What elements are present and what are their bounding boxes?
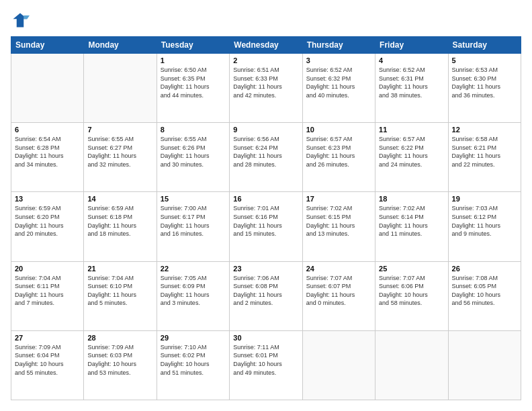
day-detail: Sunrise: 7:04 AM Sunset: 6:10 PM Dayligh… xyxy=(87,274,152,308)
weekday-header: Wednesday xyxy=(230,37,302,54)
day-detail: Sunrise: 6:59 AM Sunset: 6:18 PM Dayligh… xyxy=(87,204,152,238)
calendar-day-cell: 12Sunrise: 6:58 AM Sunset: 6:21 PM Dayli… xyxy=(448,123,521,192)
calendar-day-cell: 27Sunrise: 7:09 AM Sunset: 6:04 PM Dayli… xyxy=(11,330,84,400)
day-detail: Sunrise: 7:00 AM Sunset: 6:17 PM Dayligh… xyxy=(161,204,226,238)
day-number: 23 xyxy=(233,265,298,273)
day-detail: Sunrise: 6:51 AM Sunset: 6:33 PM Dayligh… xyxy=(233,66,298,99)
day-detail: Sunrise: 6:50 AM Sunset: 6:35 PM Dayligh… xyxy=(161,66,226,99)
day-number: 7 xyxy=(87,126,152,134)
day-detail: Sunrise: 7:11 AM Sunset: 6:01 PM Dayligh… xyxy=(233,343,298,377)
logo-icon xyxy=(11,11,30,30)
day-number: 25 xyxy=(379,265,444,273)
day-number: 3 xyxy=(306,56,371,64)
day-number: 28 xyxy=(87,334,152,342)
day-number: 8 xyxy=(161,126,226,134)
day-number: 11 xyxy=(379,126,444,134)
calendar-day-cell: 11Sunrise: 6:57 AM Sunset: 6:22 PM Dayli… xyxy=(375,123,448,192)
calendar-day-cell xyxy=(448,330,521,400)
day-number: 15 xyxy=(161,195,226,203)
calendar-day-cell: 1Sunrise: 6:50 AM Sunset: 6:35 PM Daylig… xyxy=(157,54,229,123)
day-detail: Sunrise: 6:55 AM Sunset: 6:27 PM Dayligh… xyxy=(87,135,152,169)
day-detail: Sunrise: 6:56 AM Sunset: 6:24 PM Dayligh… xyxy=(233,135,298,169)
day-number: 29 xyxy=(161,334,226,342)
day-number: 19 xyxy=(452,195,517,203)
calendar-day-cell xyxy=(11,54,84,123)
calendar-day-cell: 4Sunrise: 6:52 AM Sunset: 6:31 PM Daylig… xyxy=(375,54,448,123)
day-number: 6 xyxy=(15,126,80,134)
day-number: 27 xyxy=(15,334,80,342)
day-number: 18 xyxy=(379,195,444,203)
calendar-week-row: 1Sunrise: 6:50 AM Sunset: 6:35 PM Daylig… xyxy=(11,54,521,123)
day-detail: Sunrise: 7:07 AM Sunset: 6:07 PM Dayligh… xyxy=(306,274,371,308)
day-detail: Sunrise: 7:02 AM Sunset: 6:15 PM Dayligh… xyxy=(306,204,371,238)
day-detail: Sunrise: 6:59 AM Sunset: 6:20 PM Dayligh… xyxy=(15,204,80,238)
day-detail: Sunrise: 7:05 AM Sunset: 6:09 PM Dayligh… xyxy=(161,274,226,308)
day-number: 21 xyxy=(87,265,152,273)
calendar-day-cell: 28Sunrise: 7:09 AM Sunset: 6:03 PM Dayli… xyxy=(84,330,157,400)
calendar-day-cell: 22Sunrise: 7:05 AM Sunset: 6:09 PM Dayli… xyxy=(157,261,229,330)
day-number: 24 xyxy=(306,265,371,273)
svg-marker-1 xyxy=(24,15,30,19)
calendar-week-row: 13Sunrise: 6:59 AM Sunset: 6:20 PM Dayli… xyxy=(11,192,521,261)
day-detail: Sunrise: 7:09 AM Sunset: 6:04 PM Dayligh… xyxy=(15,343,80,377)
calendar-day-cell: 30Sunrise: 7:11 AM Sunset: 6:01 PM Dayli… xyxy=(230,330,302,400)
header xyxy=(11,11,521,30)
calendar-day-cell: 3Sunrise: 6:52 AM Sunset: 6:32 PM Daylig… xyxy=(302,54,375,123)
calendar-day-cell: 6Sunrise: 6:54 AM Sunset: 6:28 PM Daylig… xyxy=(11,123,84,192)
calendar-day-cell: 21Sunrise: 7:04 AM Sunset: 6:10 PM Dayli… xyxy=(84,261,157,330)
calendar-week-row: 6Sunrise: 6:54 AM Sunset: 6:28 PM Daylig… xyxy=(11,123,521,192)
calendar-day-cell: 26Sunrise: 7:08 AM Sunset: 6:05 PM Dayli… xyxy=(448,261,521,330)
day-number: 20 xyxy=(15,265,80,273)
logo xyxy=(11,11,32,30)
weekday-header: Monday xyxy=(84,37,157,54)
weekday-header: Thursday xyxy=(302,37,375,54)
weekday-header: Saturday xyxy=(448,37,521,54)
day-number: 12 xyxy=(452,126,517,134)
page: SundayMondayTuesdayWednesdayThursdayFrid… xyxy=(0,0,532,411)
calendar-day-cell: 19Sunrise: 7:03 AM Sunset: 6:12 PM Dayli… xyxy=(448,192,521,261)
day-detail: Sunrise: 7:01 AM Sunset: 6:16 PM Dayligh… xyxy=(233,204,298,238)
calendar-day-cell: 29Sunrise: 7:10 AM Sunset: 6:02 PM Dayli… xyxy=(157,330,229,400)
day-number: 4 xyxy=(379,56,444,64)
calendar-week-row: 27Sunrise: 7:09 AM Sunset: 6:04 PM Dayli… xyxy=(11,330,521,400)
day-detail: Sunrise: 6:57 AM Sunset: 6:23 PM Dayligh… xyxy=(306,135,371,169)
calendar-day-cell: 18Sunrise: 7:02 AM Sunset: 6:14 PM Dayli… xyxy=(375,192,448,261)
calendar-day-cell: 17Sunrise: 7:02 AM Sunset: 6:15 PM Dayli… xyxy=(302,192,375,261)
calendar-header-row: SundayMondayTuesdayWednesdayThursdayFrid… xyxy=(11,37,521,54)
day-detail: Sunrise: 6:55 AM Sunset: 6:26 PM Dayligh… xyxy=(161,135,226,169)
day-number: 10 xyxy=(306,126,371,134)
day-detail: Sunrise: 7:07 AM Sunset: 6:06 PM Dayligh… xyxy=(379,274,444,308)
day-number: 2 xyxy=(233,56,298,64)
calendar-week-row: 20Sunrise: 7:04 AM Sunset: 6:11 PM Dayli… xyxy=(11,261,521,330)
calendar-day-cell: 14Sunrise: 6:59 AM Sunset: 6:18 PM Dayli… xyxy=(84,192,157,261)
day-number: 9 xyxy=(233,126,298,134)
calendar-day-cell: 7Sunrise: 6:55 AM Sunset: 6:27 PM Daylig… xyxy=(84,123,157,192)
day-number: 26 xyxy=(452,265,517,273)
day-number: 22 xyxy=(161,265,226,273)
day-detail: Sunrise: 6:54 AM Sunset: 6:28 PM Dayligh… xyxy=(15,135,80,169)
day-detail: Sunrise: 7:06 AM Sunset: 6:08 PM Dayligh… xyxy=(233,274,298,308)
day-detail: Sunrise: 7:04 AM Sunset: 6:11 PM Dayligh… xyxy=(15,274,80,308)
weekday-header: Friday xyxy=(375,37,448,54)
svg-marker-0 xyxy=(13,13,28,28)
day-detail: Sunrise: 7:03 AM Sunset: 6:12 PM Dayligh… xyxy=(452,204,517,238)
day-detail: Sunrise: 7:10 AM Sunset: 6:02 PM Dayligh… xyxy=(161,343,226,377)
calendar-day-cell: 24Sunrise: 7:07 AM Sunset: 6:07 PM Dayli… xyxy=(302,261,375,330)
day-number: 13 xyxy=(15,195,80,203)
day-detail: Sunrise: 6:58 AM Sunset: 6:21 PM Dayligh… xyxy=(452,135,517,169)
calendar-day-cell: 10Sunrise: 6:57 AM Sunset: 6:23 PM Dayli… xyxy=(302,123,375,192)
day-detail: Sunrise: 6:52 AM Sunset: 6:31 PM Dayligh… xyxy=(379,66,444,99)
calendar-day-cell: 16Sunrise: 7:01 AM Sunset: 6:16 PM Dayli… xyxy=(230,192,302,261)
day-number: 5 xyxy=(452,56,517,64)
weekday-header: Sunday xyxy=(11,37,84,54)
calendar-day-cell: 5Sunrise: 6:53 AM Sunset: 6:30 PM Daylig… xyxy=(448,54,521,123)
calendar-day-cell: 2Sunrise: 6:51 AM Sunset: 6:33 PM Daylig… xyxy=(230,54,302,123)
day-number: 17 xyxy=(306,195,371,203)
calendar-table: SundayMondayTuesdayWednesdayThursdayFrid… xyxy=(11,36,521,400)
day-number: 14 xyxy=(87,195,152,203)
calendar-day-cell: 25Sunrise: 7:07 AM Sunset: 6:06 PM Dayli… xyxy=(375,261,448,330)
day-number: 30 xyxy=(233,334,298,342)
calendar-day-cell: 9Sunrise: 6:56 AM Sunset: 6:24 PM Daylig… xyxy=(230,123,302,192)
calendar-day-cell: 23Sunrise: 7:06 AM Sunset: 6:08 PM Dayli… xyxy=(230,261,302,330)
day-detail: Sunrise: 7:08 AM Sunset: 6:05 PM Dayligh… xyxy=(452,274,517,308)
